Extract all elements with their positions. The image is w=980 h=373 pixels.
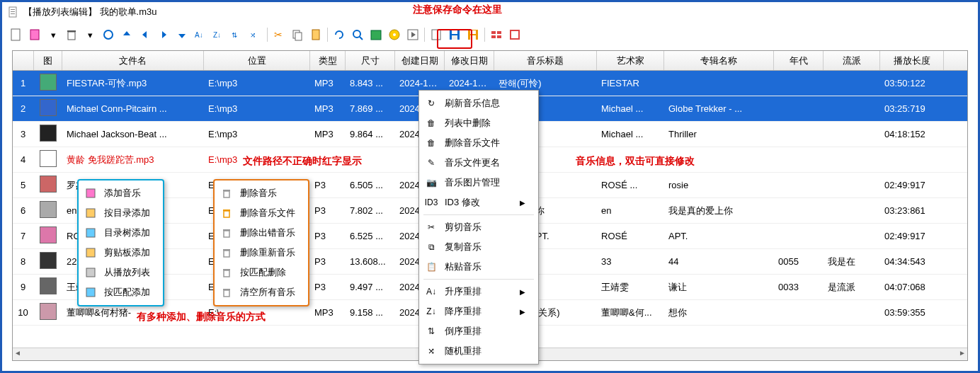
row-album[interactable] [664, 81, 774, 86]
row-album[interactable]: rosie [664, 177, 774, 193]
col-album[interactable]: 专辑名称 [664, 51, 774, 70]
row-year[interactable] [774, 183, 824, 188]
col-modify-date[interactable]: 修改日期 [445, 51, 494, 70]
ctx-item-3[interactable]: ✎音乐文件更名 [419, 153, 538, 173]
row-filename[interactable]: Michael Jackson-Beat ... [62, 126, 204, 142]
row-genre[interactable] [824, 81, 880, 86]
menu-item-3[interactable]: 剪贴板添加 [79, 243, 163, 263]
menu-item-1[interactable]: 按目录添加 [79, 203, 163, 223]
row-genre[interactable] [824, 234, 880, 239]
row-artist[interactable]: 王靖雯 [597, 278, 664, 297]
tool-dropdown-icon[interactable]: ▾ [45, 26, 62, 43]
row-genre[interactable] [824, 106, 880, 112]
tool-left-icon[interactable] [137, 26, 154, 43]
tool-reverse-icon[interactable]: ⇅ [229, 26, 246, 43]
row-filename[interactable]: 黄龄 免我蹉跎苦.mp3 [62, 151, 204, 169]
row-filename[interactable]: Michael Conn-Pitcairn ... [62, 101, 204, 117]
menu-item-4[interactable]: 从播放列表 [79, 263, 163, 282]
tool-paste2-icon[interactable] [307, 26, 324, 43]
row-album[interactable]: 想你 [664, 304, 774, 322]
col-year[interactable]: 年代 [774, 51, 824, 70]
menu-item-2[interactable]: 目录树添加 [79, 223, 163, 243]
col-length[interactable]: 播放长度 [880, 51, 944, 70]
row-album[interactable]: Globe Trekker - ... [664, 101, 774, 117]
tool-grid-icon[interactable] [488, 26, 505, 43]
col-artist[interactable]: 艺术家 [597, 51, 664, 70]
row-artist[interactable]: ROSÉ ... [597, 177, 664, 193]
row-year[interactable] [774, 132, 824, 137]
row-year[interactable] [774, 310, 824, 316]
col-type[interactable]: 类型 [310, 51, 346, 70]
ctx-item-2[interactable]: 🗑删除音乐文件 [419, 133, 538, 153]
row-year[interactable] [774, 81, 824, 86]
col-size[interactable]: 尺寸 [346, 51, 395, 70]
tool-delete-icon[interactable] [63, 26, 80, 43]
row-genre[interactable] [824, 132, 880, 137]
tool-doc2-icon[interactable] [428, 26, 445, 43]
ctx-item-0[interactable]: ↻刷新音乐信息 [419, 93, 538, 113]
tool-sort-za-icon[interactable]: Z↓ [210, 26, 227, 43]
row-artist[interactable]: en [597, 202, 664, 219]
row-album[interactable]: APT. [664, 228, 774, 244]
row-year[interactable] [774, 106, 824, 112]
tool-dropdown2-icon[interactable]: ▾ [81, 26, 98, 43]
row-artist[interactable]: Michael ... [597, 126, 664, 142]
row-album[interactable]: 我是真的爱上你 [664, 202, 774, 220]
ctx-item-5[interactable]: ID3ID3 修改▶ [419, 193, 538, 212]
tool-up-icon[interactable] [118, 26, 135, 43]
row-genre[interactable] [824, 310, 880, 316]
col-filename[interactable]: 文件名 [62, 51, 204, 70]
row-album[interactable]: 谦让 [664, 278, 774, 297]
col-title[interactable]: 音乐标题 [494, 51, 597, 70]
row-artist[interactable]: ROSÉ [597, 228, 664, 244]
menu-item-5[interactable]: 按匹配添加 [79, 282, 163, 302]
row-genre[interactable] [824, 183, 880, 188]
row-path[interactable]: E:\mp3 [204, 126, 310, 142]
row-genre[interactable] [824, 208, 880, 214]
row-album[interactable]: Thriller [664, 126, 774, 142]
row-album[interactable]: 44 [664, 253, 774, 270]
tool-right-icon[interactable] [155, 26, 172, 43]
col-number[interactable] [13, 51, 34, 70]
ctx-item-11[interactable]: ⇅倒序重排 [419, 321, 538, 341]
row-year[interactable]: 0055 [774, 253, 824, 270]
row-artist[interactable]: 33 [597, 253, 664, 270]
ctx-item-1[interactable]: 🗑列表中删除 [419, 113, 538, 133]
tool-play-icon[interactable] [404, 26, 421, 43]
col-path[interactable]: 位置 [204, 51, 310, 70]
row-year[interactable] [774, 157, 824, 163]
menu-item-0[interactable]: 删除音乐 [215, 183, 308, 203]
col-create-date[interactable]: 创建日期 [395, 51, 445, 70]
row-year[interactable]: 0033 [774, 279, 824, 295]
ctx-item-7[interactable]: ⧉复制音乐 [419, 237, 538, 257]
col-thumbnail[interactable]: 图 [34, 51, 62, 70]
tool-shuffle-icon[interactable]: ⤨ [247, 26, 264, 43]
ctx-item-6[interactable]: ✂剪切音乐 [419, 217, 538, 237]
ctx-item-8[interactable]: 📋粘贴音乐 [419, 257, 538, 277]
ctx-item-9[interactable]: A↓升序重排▶ [419, 282, 538, 302]
menu-item-2[interactable]: 删除出错音乐 [215, 223, 308, 243]
row-genre[interactable] [824, 157, 880, 163]
row-artist[interactable]: Michael ... [597, 101, 664, 117]
row-artist[interactable]: 董唧唧&何... [597, 304, 664, 322]
row-genre[interactable]: 是流派 [824, 278, 880, 297]
tool-undo-icon[interactable] [331, 26, 348, 43]
row-genre[interactable]: 我是在 [824, 253, 880, 271]
tool-close-icon[interactable] [506, 26, 523, 43]
tool-down-icon[interactable] [173, 26, 190, 43]
tool-calendar-icon[interactable] [368, 26, 384, 43]
col-genre[interactable]: 流派 [824, 51, 880, 70]
row-filename[interactable]: FIESTAR-可怜.mp3 [62, 74, 204, 93]
ctx-item-12[interactable]: ⤨随机重排 [419, 341, 538, 361]
tool-copy-icon[interactable] [289, 26, 306, 43]
tool-save-icon[interactable] [446, 26, 463, 43]
menu-item-5[interactable]: 清空所有音乐 [215, 282, 308, 302]
menu-item-1[interactable]: 删除音乐文件 [215, 203, 308, 223]
tool-disc-icon[interactable] [386, 26, 403, 43]
tool-find-icon[interactable] [349, 26, 366, 43]
tool-cut-icon[interactable]: ✂ [270, 26, 287, 43]
tool-sort-az-icon[interactable]: A↓ [192, 26, 209, 43]
row-year[interactable] [774, 234, 824, 239]
ctx-item-4[interactable]: 📷音乐图片管理 [419, 173, 538, 193]
ctx-item-10[interactable]: Z↓降序重排▶ [419, 302, 538, 321]
